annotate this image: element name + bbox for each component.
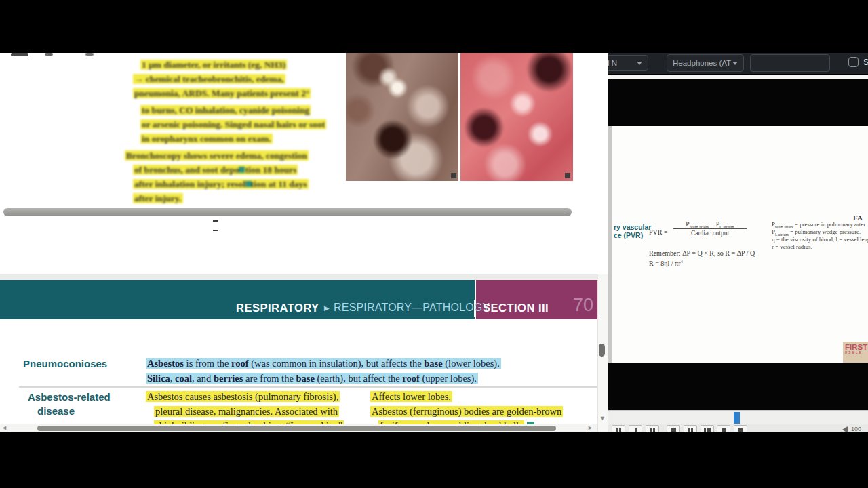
highlighted-line: 1 μm diameter, or irritants (eg, NH3) — [140, 60, 287, 70]
page-divider-bar — [3, 208, 572, 216]
figure-link-icon — [245, 181, 252, 187]
firstaid-logo: FIRST USMLE — [843, 342, 868, 363]
firstaid-logo-text: FIRST — [845, 343, 868, 351]
row-heading-asbestos-line1: Asbestos-related — [28, 391, 111, 403]
clipped-text-fragment — [11, 53, 28, 56]
show-checkbox-label: Show — [863, 58, 868, 67]
reference-panel: FA ry vascular ce (PVR) PVR = Ppulm arte… — [612, 126, 868, 363]
highlighted-line: of bronchus, and soot deposition 18 hour… — [133, 165, 298, 176]
scroll-left-arrow-icon[interactable]: ◄ — [1, 424, 7, 431]
highlighted-line: or arsenic poisoning. Singed nasal hairs… — [140, 119, 326, 130]
text-cursor — [212, 220, 219, 231]
figure-link-icon — [239, 167, 245, 173]
headphones-label: Headphones (AT20 — [673, 59, 731, 67]
player-timeline[interactable] — [608, 410, 868, 424]
firstaid-logo-subtext: USMLE — [845, 351, 868, 354]
screen: ound N Headphones (AT20 Show FA ry vascu… — [0, 0, 868, 488]
asbestos-line: Affects lower lobes. — [370, 391, 452, 402]
section-label: SECTION III — [483, 302, 549, 314]
row-heading-asbestos-line2: disease — [37, 405, 75, 417]
bronchoscopy-image-2 — [460, 53, 573, 181]
toolbar-divider — [608, 75, 868, 79]
text-input[interactable] — [750, 54, 830, 72]
scroll-right-arrow-icon[interactable]: ► — [587, 424, 593, 431]
mnemonic-line: Silica, coal, and berries are from the b… — [146, 373, 478, 384]
definition-line: η = the viscosity of blood; l = vessel l… — [772, 236, 868, 243]
section-header-band: RESPIRATORY ▶ RESPIRATORY—PATHOLOGY SECT… — [0, 280, 599, 319]
pdf-viewer-window: 1 μm diameter, or irritants (eg, NH3) → … — [0, 53, 608, 432]
band-top-strip — [0, 274, 599, 280]
highlighted-paragraphs: 1 μm diameter, or irritants (eg, NH3) → … — [125, 57, 349, 202]
definition-line: PL atrium = pulmonary wedge pressure. — [772, 228, 868, 236]
playhead[interactable] — [734, 412, 740, 424]
letterbox-top — [0, 0, 868, 53]
image-corner-marker — [565, 173, 570, 178]
row-heading-pneumoconioses: Pneumoconioses — [23, 358, 107, 369]
pvr-denominator: Cardiac output — [691, 230, 729, 237]
clipped-text-fragment — [85, 53, 94, 56]
pvr-title-line2: ce (PVR) — [614, 231, 643, 239]
highlighted-line: → chemical tracheobronchitis, edema, — [133, 74, 285, 85]
show-checkbox[interactable] — [848, 57, 859, 67]
breadcrumb-label: RESPIRATORY—PATHOLOGY — [334, 302, 490, 314]
resistance-formula: R = 8ηl / πr4 — [649, 260, 683, 267]
pneumoconioses-mnemonic: Asbestos is from the roof (was common in… — [146, 357, 553, 386]
highlighted-line: pneumonia, ARDS. Many patients present 2… — [133, 88, 311, 99]
highlighted-line: after inhalation injury; resolution at 1… — [133, 179, 309, 190]
pvr-title-line1: ry vascular — [614, 223, 651, 231]
definition-line: Ppulm artery = pressure in pulmonary art… — [772, 221, 868, 228]
breadcrumb-arrow-icon: ▶ — [324, 304, 330, 312]
definition-line: r = vessel radius. — [772, 243, 868, 251]
mnemonic-line: Asbestos is from the roof (was common in… — [146, 358, 501, 369]
vertical-scrollbar-thumb[interactable] — [599, 344, 605, 357]
row-divider — [19, 386, 597, 388]
chapter-label: RESPIRATORY — [236, 302, 319, 314]
definitions-column: Ppulm artery = pressure in pulmonary art… — [772, 221, 868, 251]
chevron-down-icon — [732, 62, 738, 65]
chevron-down-icon — [637, 62, 642, 65]
image-corner-marker — [451, 173, 456, 178]
horizontal-scrollbar-thumb[interactable] — [37, 426, 556, 431]
highlighted-line: to burns, CO inhalation, cyanide poisoni… — [140, 105, 311, 116]
asbestos-line: pleural disease, malignancies. Associate… — [154, 406, 339, 417]
highlighted-line: in oropharynx common on exam. — [140, 134, 273, 144]
asbestos-line: Asbestos (ferruginous) bodies are golden… — [370, 406, 563, 417]
clipped-text-fragment — [45, 53, 53, 56]
pvr-formula-lhs: PVR = — [649, 228, 668, 236]
asbestos-line: Asbestos causes asbestosis (pulmonary fi… — [146, 391, 340, 402]
page-number: 70 — [573, 295, 593, 316]
headphones-dropdown[interactable]: Headphones (AT20 — [667, 54, 744, 72]
fraction-bar — [673, 228, 747, 229]
pvr-fraction: Ppulm artery − PL atrium Cardiac output — [673, 221, 747, 237]
bronchoscopy-image-1 — [346, 53, 458, 181]
scroll-down-arrow-icon[interactable]: ▼ — [599, 415, 606, 422]
highlighted-line: after injury. — [133, 193, 183, 204]
letterbox-bottom — [0, 432, 868, 488]
pvr-numerator: Ppulm artery − PL atrium — [686, 221, 734, 228]
highlighted-line: Bronchoscopy shows severe edema, congest… — [125, 150, 309, 161]
remember-line: Remember: ΔP = Q × R, so R = ΔP / Q — [649, 249, 755, 257]
